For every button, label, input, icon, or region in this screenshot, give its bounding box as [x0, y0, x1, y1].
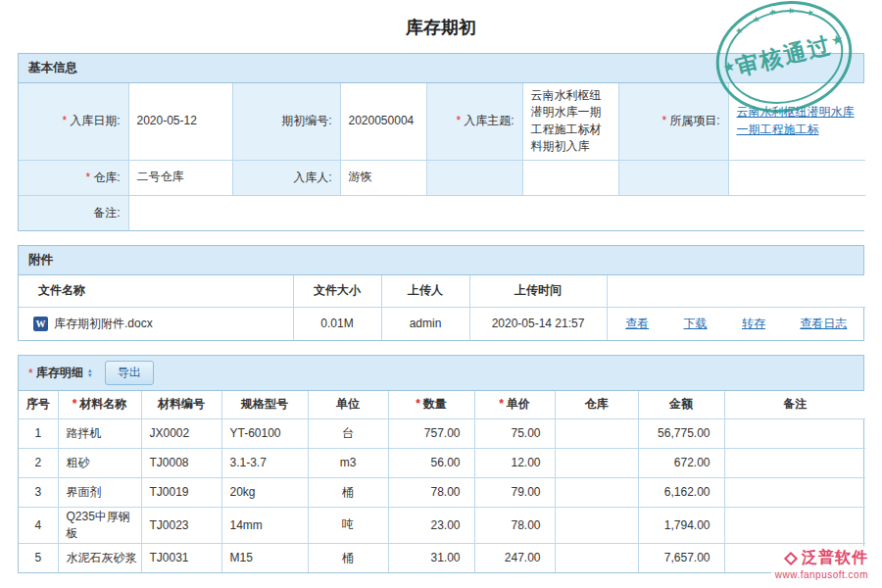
project-link[interactable]: 云南水利枢纽潜明水库一期工程施工标: [737, 105, 855, 135]
inventory-cell: TJ0019: [141, 477, 221, 507]
empty-value-cell: [728, 160, 865, 195]
attachment-filename: 库存期初附件.docx: [54, 316, 153, 332]
inventory-cell: TJ0008: [141, 448, 221, 477]
inventory-table: 序号*材料名称材料编号规格型号单位*数量*单价仓库金额备注 1路拌机JX0002…: [19, 391, 865, 572]
inventory-cell: M15: [221, 543, 308, 572]
inventory-cell: 粗砂: [58, 448, 141, 477]
attachments-title: 附件: [28, 252, 53, 269]
initial-no-label: 期初编号:: [232, 83, 340, 160]
attachments-table: 文件名称 文件大小 上传人 上传时间 W 库存期初附件.docx 0.01M a…: [19, 275, 865, 340]
remark-label: 备注:: [19, 195, 128, 230]
attachments-section-header: 附件: [19, 246, 863, 275]
inventory-col-header: 规格型号: [221, 391, 308, 418]
attachment-uploader: admin: [381, 307, 469, 340]
view-log-link[interactable]: 查看日志: [800, 316, 847, 332]
inventory-cell: 路拌机: [58, 418, 141, 448]
warehouse-value: 二号仓库: [128, 160, 232, 195]
basic-info-section-header: 基本信息: [19, 54, 863, 83]
inventory-section: * 库存明细 ▲ ▼ 导出 序号*材料名称材料编号规格型号单位*数量*单价仓库金…: [18, 355, 864, 573]
in-person-value: 游恢: [340, 160, 426, 195]
inventory-cell: 6,162.00: [638, 477, 724, 507]
inventory-cell: 吨: [308, 507, 388, 543]
inventory-col-header: 单位: [308, 391, 388, 418]
inventory-col-header: 金额: [638, 391, 724, 418]
vendor-logo: 泛普软件 www.fanpusoft.com: [771, 546, 872, 582]
inventory-cell: [555, 418, 638, 448]
attachment-filename-cell: W 库存期初附件.docx: [19, 307, 293, 340]
inventory-cell: [555, 543, 638, 572]
inventory-col-header: *材料名称: [58, 391, 141, 418]
vendor-url: www.fanpusoft.com: [775, 569, 868, 580]
inventory-col-header: *数量: [388, 391, 474, 418]
inventory-row: 4Q235中厚钢板TJ002314mm吨23.0078.001,794.00: [19, 507, 865, 543]
inventory-col-header: 序号: [19, 391, 58, 418]
sort-icon[interactable]: ▲ ▼: [87, 368, 93, 378]
inventory-cell: 75.00: [474, 418, 555, 448]
in-date-label: *入库日期:: [19, 83, 128, 160]
inventory-cell: 56,775.00: [638, 418, 724, 448]
inventory-col-header: 仓库: [555, 391, 638, 418]
inventory-cell: 23.00: [388, 507, 474, 543]
basic-info-title: 基本信息: [28, 60, 77, 76]
inventory-cell: 247.00: [474, 543, 555, 572]
inventory-row: 2粗砂TJ00083.1-3.7m356.0012.00672.00: [19, 448, 865, 477]
inventory-cell: 桶: [308, 543, 388, 572]
initial-no-value: 2020050004: [340, 83, 426, 160]
attachment-row: W 库存期初附件.docx 0.01M admin 2020-05-14 21:…: [19, 307, 865, 340]
inventory-cell: 水泥石灰砂浆: [58, 543, 141, 572]
inventory-cell: 14mm: [221, 507, 308, 543]
required-asterisk: *: [499, 397, 504, 411]
inventory-table-body: 1路拌机JX0002YT-60100台757.0075.0056,775.002…: [19, 418, 865, 572]
inventory-cell: 界面剂: [58, 477, 141, 507]
basic-info-section: 基本信息 *入库日期: 2020-05-12 期初编号: 2020050004 …: [18, 53, 864, 231]
inventory-cell: 5: [19, 543, 58, 572]
attachment-actions-cell: 查看 下载 转存 查看日志: [607, 307, 865, 340]
inventory-cell: 757.00: [388, 418, 474, 448]
inventory-cell: 1,794.00: [638, 507, 724, 543]
required-asterisk: *: [416, 397, 420, 411]
attachments-col-uploader: 上传人: [381, 275, 469, 307]
inventory-col-header: 备注: [724, 391, 865, 418]
inventory-title: 库存明细: [36, 365, 83, 381]
inventory-row: 1路拌机JX0002YT-60100台757.0075.0056,775.00: [19, 418, 865, 448]
attachments-section: 附件 文件名称 文件大小 上传人 上传时间 W 库存期初附件.docx 0.01…: [18, 245, 864, 341]
inventory-cell: [724, 507, 865, 543]
inventory-header-row: 序号*材料名称材料编号规格型号单位*数量*单价仓库金额备注: [19, 391, 865, 418]
vendor-brand-text: 泛普软件: [802, 548, 868, 568]
attachments-col-uploadtime: 上传时间: [469, 275, 607, 307]
inventory-cell: 3.1-3.7: [221, 448, 308, 477]
inventory-cell: 3: [19, 477, 58, 507]
inventory-cell: 78.00: [474, 507, 555, 543]
word-file-icon: W: [33, 317, 48, 331]
inventory-cell: 台: [308, 418, 388, 448]
required-asterisk: *: [85, 171, 90, 184]
inventory-cell: 56.00: [388, 448, 474, 477]
page-title: 库存期初: [0, 0, 882, 53]
in-subject-label: *入库主题:: [426, 83, 522, 160]
inventory-cell: TJ0031: [141, 543, 221, 572]
save-as-link[interactable]: 转存: [742, 316, 765, 332]
required-asterisk: *: [456, 114, 461, 127]
in-date-value: 2020-05-12: [128, 83, 232, 160]
inventory-cell: 20kg: [221, 477, 308, 507]
warehouse-label: *仓库:: [19, 160, 128, 195]
required-asterisk: *: [62, 114, 67, 127]
download-link[interactable]: 下载: [684, 316, 708, 332]
inventory-cell: m3: [308, 448, 388, 477]
inventory-cell: 2: [19, 448, 58, 477]
attachment-filesize: 0.01M: [293, 307, 381, 340]
inventory-col-header: 材料编号: [141, 391, 221, 418]
basic-info-table: *入库日期: 2020-05-12 期初编号: 2020050004 *入库主题…: [19, 83, 865, 230]
project-label: *所属项目:: [618, 83, 728, 160]
view-link[interactable]: 查看: [625, 316, 649, 332]
inventory-cell: 79.00: [474, 477, 555, 507]
inventory-cell: 4: [19, 507, 58, 543]
in-person-label: 入库人:: [232, 160, 340, 195]
inventory-row: 5水泥石灰砂浆TJ0031M15桶31.00247.007,657.00: [19, 543, 865, 572]
inventory-cell: YT-60100: [221, 418, 308, 448]
export-button[interactable]: 导出: [105, 361, 154, 385]
required-asterisk: *: [73, 397, 77, 411]
inventory-row: 3界面剂TJ001920kg桶78.0079.006,162.00: [19, 477, 865, 507]
inventory-cell: 桶: [308, 477, 388, 507]
inventory-cell: 78.00: [388, 477, 474, 507]
